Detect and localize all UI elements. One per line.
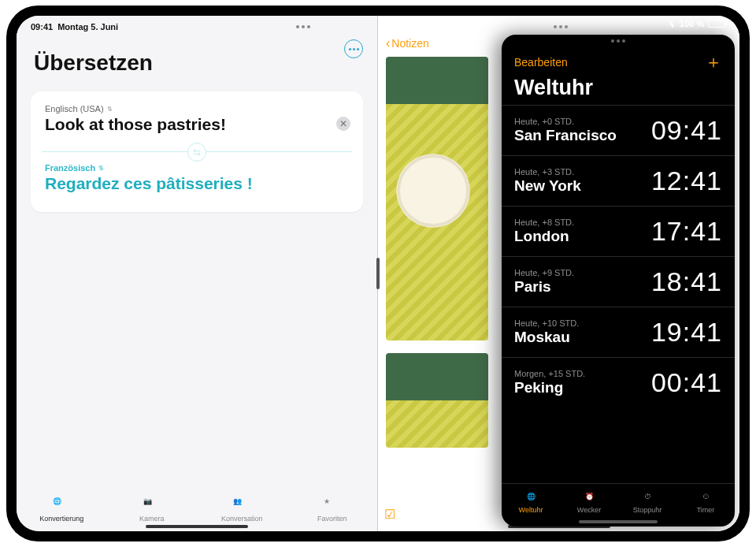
tab-favorites[interactable]: ★ Favoriten [287, 489, 378, 531]
tab-alarm[interactable]: ⏰Wecker [560, 489, 618, 514]
world-clock-row[interactable]: Heute, +9 STD.Paris 18:41 [502, 256, 735, 307]
battery-pct: 100 % [680, 19, 704, 28]
world-clock-row[interactable]: Heute, +8 STD.London 17:41 [502, 206, 735, 256]
world-clock-row[interactable]: Heute, +0 STD.San Francisco 09:41 [502, 105, 735, 155]
slideover-grabber[interactable] [611, 39, 625, 43]
world-clock-title: Weltuhr [514, 76, 722, 100]
star-icon: ★ [324, 497, 341, 513]
ipad-frame: 09:41 Montag 5. Juni 100 % Übersetzen En… [6, 6, 750, 541]
translate-icon: 🌐 [53, 497, 70, 513]
wifi-icon [665, 20, 676, 28]
tab-world-clock[interactable]: 🌐Weltuhr [502, 489, 560, 514]
world-clock-row[interactable]: Heute, +3 STD.New York 12:41 [502, 155, 735, 206]
source-text[interactable]: Look at those pastries! [45, 115, 349, 134]
add-city-button[interactable]: ＋ [705, 50, 722, 74]
cookie-graphic [397, 154, 469, 227]
notes-back-button[interactable]: ‹ Notizen [386, 36, 429, 50]
chevron-updown-icon: ⇅ [98, 165, 104, 172]
translate-app-pane: Übersetzen Englisch (USA)⇅ Look at those… [17, 16, 378, 531]
status-date: Montag 5. Juni [57, 22, 118, 32]
world-clock-row[interactable]: Morgen, +15 STD.Peking 00:41 [502, 357, 735, 407]
screen: 09:41 Montag 5. Juni 100 % Übersetzen En… [17, 16, 739, 531]
separator: ⇆ [42, 151, 352, 152]
notes-app-pane: ‹ Notizen ☑ Bearbeiten ＋ Weltuh [378, 16, 739, 531]
alarm-icon: ⏰ [581, 489, 597, 504]
note-image-cookies[interactable] [386, 57, 488, 340]
battery-icon [708, 20, 725, 28]
status-time: 09:41 [31, 22, 53, 32]
status-bar-right: 100 % [665, 19, 725, 28]
clock-slideover[interactable]: Bearbeiten ＋ Weltuhr Heute, +0 STD.San F… [502, 35, 735, 527]
world-clock-row[interactable]: Heute, +10 STD.Moskau 19:41 [502, 307, 735, 357]
translated-text: Regardez ces pâtisseries ! [45, 174, 349, 193]
note-image-second[interactable] [386, 353, 488, 448]
tab-timer[interactable]: ⏲Timer [676, 489, 735, 514]
globe-icon: 🌐 [523, 489, 539, 504]
translate-title: Übersetzen [34, 50, 360, 76]
split-divider-handle[interactable] [376, 258, 380, 289]
timer-icon: ⏲ [698, 489, 713, 504]
stopwatch-icon: ⏱ [639, 489, 655, 504]
multitask-dots-right[interactable] [554, 25, 568, 28]
slideover-home-indicator[interactable] [579, 520, 658, 523]
more-button[interactable] [344, 39, 363, 58]
checklist-icon[interactable]: ☑ [384, 507, 395, 522]
clear-button[interactable]: ✕ [336, 117, 350, 131]
edit-button[interactable]: Bearbeiten [514, 56, 568, 69]
world-clock-list[interactable]: Heute, +0 STD.San Francisco 09:41 Heute,… [502, 105, 735, 483]
chevron-updown-icon: ⇅ [107, 106, 113, 113]
camera-icon: 📷 [143, 497, 161, 513]
chevron-left-icon: ‹ [386, 36, 390, 50]
people-icon: 👥 [233, 497, 250, 513]
status-bar: 09:41 Montag 5. Juni [17, 16, 739, 35]
home-indicator[interactable] [146, 525, 248, 528]
tab-stopwatch[interactable]: ⏱Stoppuhr [618, 489, 676, 514]
translation-card: Englisch (USA)⇅ Look at those pastries! … [31, 91, 363, 212]
source-language-picker[interactable]: Englisch (USA)⇅ [45, 104, 349, 113]
tab-translation[interactable]: 🌐 Konvertierung [17, 489, 107, 531]
multitask-dots-left[interactable] [296, 25, 310, 28]
swap-languages-button[interactable]: ⇆ [187, 143, 206, 162]
target-language-picker[interactable]: Französisch⇅ [45, 163, 349, 173]
clock-tab-bar: 🌐Weltuhr ⏰Wecker ⏱Stoppuhr ⏲Timer [502, 483, 735, 520]
